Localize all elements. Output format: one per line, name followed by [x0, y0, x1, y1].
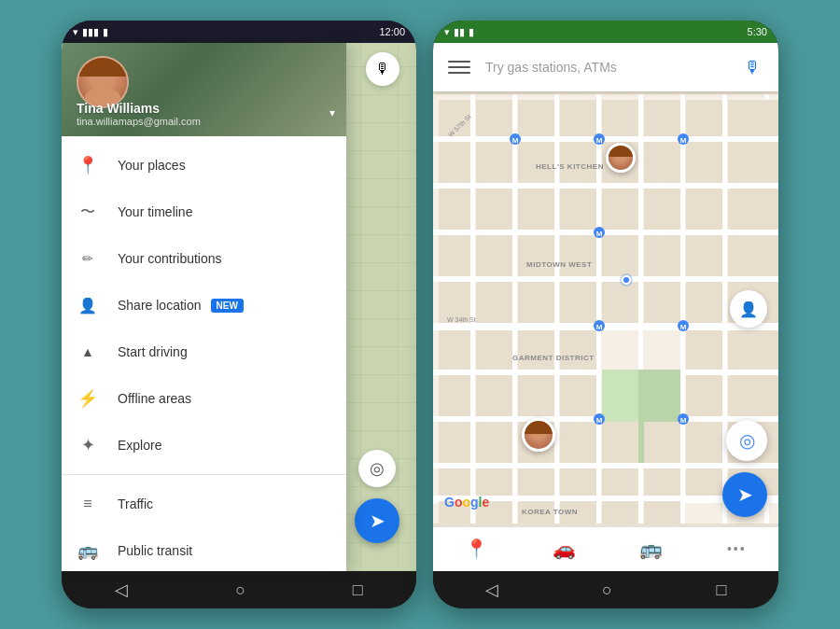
recent-button[interactable]: □	[330, 573, 385, 608]
sidebar-item-your-places[interactable]: 📍 Your places	[62, 142, 346, 189]
avatar-hair	[78, 58, 127, 77]
bottom-nav-more[interactable]: •••	[712, 538, 762, 562]
bottom-nav-driving[interactable]: 🚗	[538, 534, 591, 566]
sidebar-item-your-contributions[interactable]: ✏ Your contributions	[62, 235, 346, 282]
share-location-icon: 👤	[739, 301, 758, 318]
svg-rect-63	[518, 330, 554, 370]
drawer-menu: 📍 Your places 〜 Your timeline ✏ Your con…	[62, 136, 346, 571]
svg-rect-47	[518, 235, 554, 276]
search-input[interactable]: Try gas stations, ATMs	[485, 60, 737, 75]
svg-rect-51	[686, 235, 722, 276]
google-logo-o2: o	[462, 495, 470, 510]
svg-text:M: M	[512, 136, 519, 145]
transit-nav-icon: 🚌	[639, 538, 663, 560]
transit-icon: 🚌	[77, 539, 99, 562]
svg-rect-12	[512, 94, 517, 524]
drawer-header: Tina Williams tina.williamaps@gmail.com …	[62, 43, 346, 136]
svg-rect-27	[439, 142, 470, 183]
svg-rect-14	[596, 94, 601, 524]
svg-rect-25	[686, 100, 722, 136]
sidebar-item-label: Public transit	[118, 543, 192, 558]
left-map-fab[interactable]: ➤	[355, 498, 399, 543]
account-switcher-icon[interactable]: ▾	[329, 106, 335, 119]
blue-dot	[622, 275, 631, 285]
svg-rect-74	[476, 422, 512, 463]
sidebar-item-explore[interactable]: ✦ Explore	[62, 422, 346, 468]
svg-text:MIDTOWN WEST: MIDTOWN WEST	[526, 260, 592, 269]
hamburger-menu-button[interactable]	[444, 52, 474, 82]
bottom-nav-transit[interactable]: 🚌	[624, 534, 678, 566]
svg-rect-83	[518, 468, 554, 496]
svg-rect-13	[554, 94, 559, 524]
svg-rect-70	[560, 375, 596, 416]
svg-rect-82	[476, 468, 512, 496]
right-location-button[interactable]: ◎	[726, 420, 767, 461]
svg-rect-61	[439, 330, 470, 370]
svg-text:M: M	[680, 416, 687, 425]
svg-text:GARMENT DISTRICT: GARMENT DISTRICT	[512, 354, 595, 362]
sidebar-item-start-driving[interactable]: ▲ Start driving	[62, 328, 346, 375]
svg-rect-58	[644, 282, 680, 323]
bottom-navigation: 📍 🚗 🚌 •••	[433, 526, 778, 571]
svg-rect-26	[728, 100, 778, 136]
explore-nav-icon: 📍	[465, 538, 488, 560]
svg-rect-79	[686, 422, 722, 463]
left-location-button[interactable]: ◎	[358, 450, 396, 487]
back-button[interactable]: ◁	[92, 572, 150, 608]
svg-text:KOREA TOWN: KOREA TOWN	[522, 508, 578, 516]
share-location-button[interactable]: 👤	[730, 290, 767, 328]
svg-rect-23	[602, 100, 638, 136]
traffic-icon: ≡	[77, 493, 99, 515]
drawer-email: tina.williamaps@gmail.com	[77, 116, 201, 127]
svg-text:W 34th St: W 34th St	[447, 316, 476, 323]
right-home-button[interactable]: ○	[580, 573, 635, 608]
more-nav-icon: •••	[727, 541, 747, 556]
svg-rect-93	[602, 501, 638, 524]
svg-rect-20	[476, 100, 512, 136]
sidebar-item-your-timeline[interactable]: 〜 Your timeline	[62, 189, 346, 235]
svg-text:M: M	[680, 136, 687, 145]
microphone-icon[interactable]: 🎙	[737, 52, 767, 82]
location-icon: ◎	[739, 429, 755, 452]
right-nav-bar: ◁ ○ □	[433, 571, 778, 608]
svg-rect-33	[686, 142, 722, 183]
svg-rect-46	[476, 235, 512, 276]
sidebar-item-public-transit[interactable]: 🚌 Public transit	[62, 527, 346, 571]
svg-rect-45	[439, 235, 470, 276]
svg-text:M: M	[680, 323, 687, 331]
svg-text:M: M	[596, 136, 603, 145]
right-back-button[interactable]: ◁	[463, 572, 521, 608]
right-navigation-fab[interactable]: ➤	[722, 472, 767, 517]
navigation-fab-icon: ➤	[737, 483, 753, 506]
svg-rect-37	[518, 189, 554, 230]
right-map: M M M M M M	[433, 91, 778, 526]
svg-rect-62	[476, 330, 512, 370]
driving-icon: ▲	[77, 341, 99, 363]
bottom-nav-explore[interactable]: 📍	[450, 534, 503, 566]
sidebar-item-label: Your contributions	[118, 251, 222, 266]
sidebar-item-label: Start driving	[118, 344, 188, 359]
svg-rect-84	[560, 468, 596, 496]
svg-rect-41	[686, 189, 722, 230]
left-nav-bar: ◁ ○ □	[62, 571, 416, 608]
right-status-bar: ▾ ▮▮ ▮ 5:30	[433, 21, 778, 43]
svg-rect-11	[470, 94, 475, 524]
sidebar-item-offline-areas[interactable]: ⚡ Offline areas	[62, 375, 346, 422]
left-mic-button[interactable]: 🎙	[366, 52, 399, 86]
right-recent-button[interactable]: □	[693, 573, 749, 608]
right-signal-icon: ▮▮	[454, 26, 465, 38]
explore-icon: ✦	[77, 434, 99, 456]
sidebar-item-share-location[interactable]: 👤 Share location NEW	[62, 282, 346, 328]
svg-rect-54	[476, 282, 512, 323]
right-phone: ▾ ▮▮ ▮ 5:30 Try gas stations, ATMs 🎙	[433, 21, 778, 608]
home-button[interactable]: ○	[213, 573, 268, 608]
svg-rect-68	[476, 375, 512, 416]
sidebar-item-label: Share location	[118, 298, 202, 313]
svg-rect-21	[518, 100, 554, 136]
svg-rect-48	[560, 235, 596, 276]
svg-rect-67	[439, 375, 470, 416]
driving-nav-icon: 🚗	[553, 538, 576, 560]
svg-rect-66	[728, 330, 778, 370]
svg-text:M: M	[596, 323, 603, 331]
sidebar-item-traffic[interactable]: ≡ Traffic	[62, 481, 346, 527]
